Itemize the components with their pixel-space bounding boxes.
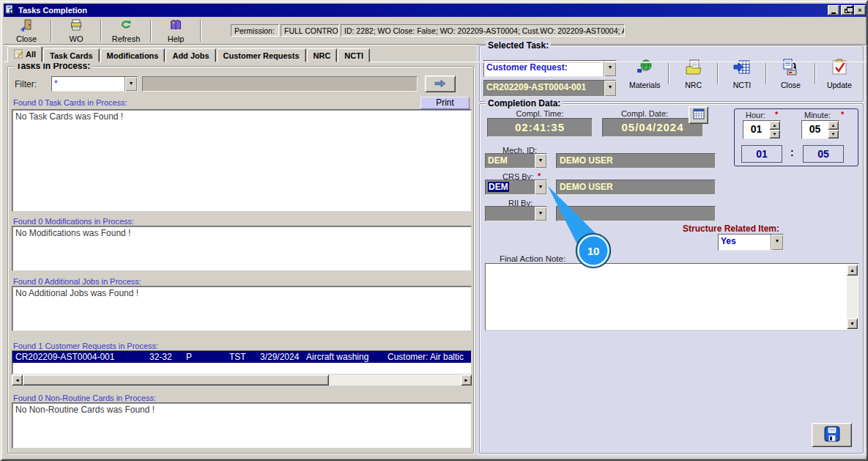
restore-button[interactable] [841,5,853,15]
hour-stepper[interactable]: 01 ▲ ▼ [743,120,781,139]
help-book-icon [169,18,182,34]
scroll-left-icon[interactable]: ◄ [12,375,23,386]
rii-by-value [486,207,534,221]
cr-status: P [186,352,192,362]
toolbar-separator [100,20,102,42]
note-vscrollbar[interactable]: ▲ ▼ [847,265,858,329]
calendar-button[interactable] [689,106,708,124]
tasks-completion-window: Tasks Completion × Close WO Refresh Help… [0,0,868,461]
hscroll-thumb[interactable] [23,375,329,386]
customer-requests-hscrollbar[interactable]: ◄ ► [12,375,472,386]
task-id-dropdown-arrow-icon[interactable]: ▼ [604,81,616,96]
rii-by-dropdown-arrow-icon[interactable]: ▼ [534,207,546,221]
compl-date-label: Compl. Date: [601,109,689,118]
modifications-list[interactable]: No Modifications was Found ! [12,226,472,271]
window-controls: × [828,5,866,15]
minute-stepper[interactable]: 05 ▲ ▼ [801,120,839,139]
rii-by-combo[interactable]: ▼ [485,206,547,221]
task-cards-list[interactable]: No Task Cards was Found ! [12,109,472,212]
modifications-header: Found 0 Modifications in Process: [13,217,134,226]
toolbar-separator [765,62,767,84]
save-button[interactable] [812,423,852,447]
close-task-document-icon [781,58,800,79]
rii-name-field [556,206,716,221]
additional-jobs-list[interactable]: No Additional Jobs was Found ! [12,286,472,331]
task-id-combo[interactable]: CR202209-AST0004-001 ▼ [483,80,617,97]
hour-required-star: * [775,110,778,119]
crs-by-combo[interactable]: DEM ▼ [485,180,547,195]
window-title: Tasks Completion [18,6,828,15]
tab-modifications[interactable]: Modifications [100,48,166,62]
nonroutine-header: Found 0 Non-Routine Cards in Process: [13,394,156,402]
mech-id-dropdown-arrow-icon[interactable]: ▼ [534,154,546,168]
update-button[interactable]: Update [817,51,861,95]
filter-dropdown-arrow-icon[interactable]: ▼ [125,77,137,91]
customer-requests-list[interactable]: CR202209-AST0004-001 32-32 P TST 3/29/20… [12,350,472,375]
minute-value: 05 [802,121,828,139]
final-action-note-textarea[interactable]: ▲ ▼ [485,263,859,331]
nrc-button[interactable]: NRC [671,51,715,95]
task-id-value: CR202209-AST0004-001 [484,81,604,96]
task-type-value: Customer Request: [484,61,604,76]
cr-description: Aircraft washing [306,352,368,362]
tab-customer-requests[interactable]: Customer Requests [217,48,306,62]
scroll-up-icon[interactable]: ▲ [847,265,858,276]
permission-value: FULL CONTROL [281,24,339,37]
structure-related-label: Structure Related Item: [683,224,779,234]
filter-combo[interactable]: * ▼ [51,76,138,92]
minute-spin-down-icon[interactable]: ▼ [828,130,839,139]
task-cards-header: Found 0 Task Cards in Process: [13,98,127,107]
structure-related-combo[interactable]: Yes ▼ [718,234,784,251]
structure-related-dropdown-arrow-icon[interactable]: ▼ [771,235,783,250]
task-cards-empty-text: No Task Cards was Found ! [12,110,471,123]
minimize-button[interactable] [828,5,839,15]
tab-all[interactable]: All [7,46,42,62]
task-type-dropdown-arrow-icon[interactable]: ▼ [604,61,616,76]
tab-add-jobs[interactable]: Add Jobs [166,48,215,62]
minute-label: Minute: [804,111,831,119]
refresh-button[interactable]: Refresh [103,18,149,43]
minute-display: 05 [803,145,844,163]
hour-display: 01 [741,145,782,163]
print-button[interactable]: Print [420,97,470,109]
toolbar-separator [815,62,816,84]
ncti-table-arrow-icon [732,58,752,79]
right-arrow-icon [434,78,447,89]
ncti-button[interactable]: NCTI [720,51,764,95]
help-button[interactable]: Help [153,18,199,43]
hour-value: 01 [743,121,769,139]
tab-task-cards[interactable]: Task Cards [43,48,100,62]
nrc-folder-document-icon [684,58,703,79]
scroll-right-icon[interactable]: ► [461,375,472,386]
customer-request-row[interactable]: CR202209-AST0004-001 32-32 P TST 3/29/20… [12,351,471,363]
permission-label: Permission: [231,24,279,37]
mech-id-combo[interactable]: DEM ▼ [485,153,547,169]
wo-button[interactable]: WO [53,18,99,43]
tab-strip: All Task Cards Modifications Add Jobs Cu… [7,46,371,62]
additional-jobs-header: Found 0 Additional Jobs in Process: [13,277,141,286]
close-toolbar-button[interactable]: Close [4,18,49,43]
cr-id: CR202209-AST0004-001 [15,352,114,362]
mech-name-field: DEMO USER [556,153,716,169]
task-actions-toolbar: Materials NRC NCTI Close Update [623,50,861,97]
toolbar-separator [51,20,52,42]
materials-button[interactable]: Materials [623,51,667,95]
nonroutine-list[interactable]: No Non-Routine Cards was Found ! [12,402,472,449]
apply-filter-button[interactable] [425,75,456,92]
scroll-down-icon[interactable]: ▼ [847,318,858,329]
context-info: ID: 2282; WO Close: False; WO: 202209-AS… [341,24,625,37]
close-window-button[interactable]: × [854,5,866,15]
crs-by-dropdown-arrow-icon[interactable]: ▼ [534,180,546,194]
modifications-empty-text: No Modifications was Found ! [12,226,471,240]
filter-text-field[interactable] [142,76,418,92]
tab-ncti[interactable]: NCTI [338,48,370,62]
hour-spin-up-icon[interactable]: ▲ [769,121,780,130]
minimize-icon [831,12,836,14]
close-task-button[interactable]: Close [768,51,812,95]
tab-nrc[interactable]: NRC [307,48,338,62]
final-action-note-label: Final Action Note: [500,254,565,263]
hour-spin-down-icon[interactable]: ▼ [769,130,780,139]
app-icon [5,4,15,16]
minute-spin-up-icon[interactable]: ▲ [828,121,839,130]
toolbar-separator [200,20,201,42]
